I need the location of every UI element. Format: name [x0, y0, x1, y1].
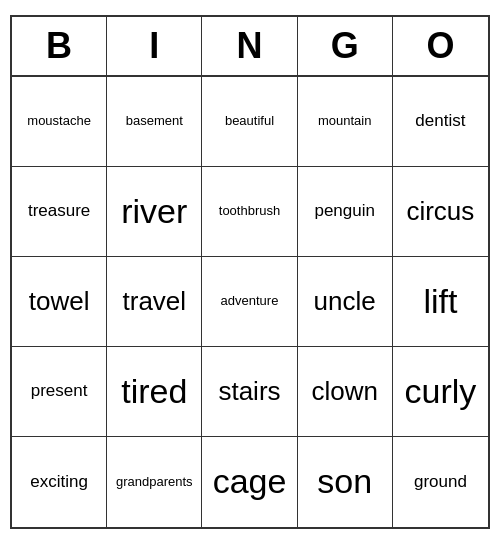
bingo-cell: adventure: [202, 257, 297, 347]
bingo-cell: stairs: [202, 347, 297, 437]
cell-text: dentist: [415, 112, 465, 131]
cell-text: exciting: [30, 473, 88, 492]
bingo-cell: son: [298, 437, 393, 527]
bingo-cell: lift: [393, 257, 488, 347]
cell-text: adventure: [221, 294, 279, 308]
bingo-cell: basement: [107, 77, 202, 167]
bingo-cell: circus: [393, 167, 488, 257]
header-letter: O: [393, 17, 488, 75]
cell-text: present: [31, 382, 88, 401]
bingo-grid: moustachebasementbeautifulmountaindentis…: [12, 77, 488, 527]
bingo-cell: clown: [298, 347, 393, 437]
bingo-cell: present: [12, 347, 107, 437]
cell-text: ground: [414, 473, 467, 492]
bingo-card: BINGO moustachebasementbeautifulmountain…: [10, 15, 490, 529]
cell-text: cage: [213, 463, 287, 500]
cell-text: tired: [121, 373, 187, 410]
cell-text: stairs: [218, 377, 280, 406]
cell-text: moustache: [27, 114, 91, 128]
bingo-cell: curly: [393, 347, 488, 437]
bingo-cell: moustache: [12, 77, 107, 167]
header-letter: B: [12, 17, 107, 75]
cell-text: toothbrush: [219, 204, 280, 218]
bingo-cell: travel: [107, 257, 202, 347]
cell-text: basement: [126, 114, 183, 128]
bingo-cell: treasure: [12, 167, 107, 257]
bingo-cell: tired: [107, 347, 202, 437]
header-letter: N: [202, 17, 297, 75]
cell-text: penguin: [314, 202, 375, 221]
cell-text: river: [121, 193, 187, 230]
bingo-cell: dentist: [393, 77, 488, 167]
cell-text: beautiful: [225, 114, 274, 128]
cell-text: son: [317, 463, 372, 500]
bingo-cell: toothbrush: [202, 167, 297, 257]
bingo-cell: towel: [12, 257, 107, 347]
bingo-cell: river: [107, 167, 202, 257]
cell-text: curly: [404, 373, 476, 410]
bingo-cell: uncle: [298, 257, 393, 347]
cell-text: treasure: [28, 202, 90, 221]
bingo-header: BINGO: [12, 17, 488, 77]
cell-text: uncle: [314, 287, 376, 316]
bingo-cell: beautiful: [202, 77, 297, 167]
bingo-cell: cage: [202, 437, 297, 527]
bingo-cell: exciting: [12, 437, 107, 527]
cell-text: circus: [406, 197, 474, 226]
cell-text: lift: [423, 283, 457, 320]
cell-text: mountain: [318, 114, 371, 128]
bingo-cell: penguin: [298, 167, 393, 257]
cell-text: grandparents: [116, 475, 193, 489]
cell-text: travel: [123, 287, 187, 316]
bingo-cell: ground: [393, 437, 488, 527]
cell-text: clown: [311, 377, 377, 406]
bingo-cell: grandparents: [107, 437, 202, 527]
header-letter: G: [298, 17, 393, 75]
bingo-cell: mountain: [298, 77, 393, 167]
header-letter: I: [107, 17, 202, 75]
cell-text: towel: [29, 287, 90, 316]
